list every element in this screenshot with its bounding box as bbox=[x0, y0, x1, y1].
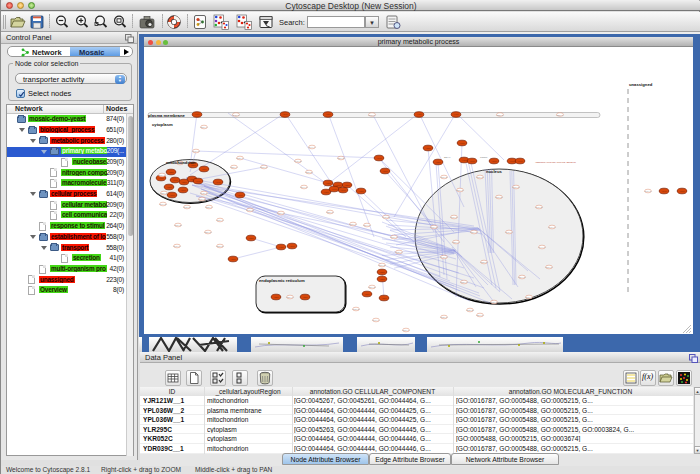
svg-text:Y27W: Y27W bbox=[201, 168, 206, 170]
svg-text:S80(-1): S80(-1) bbox=[512, 186, 520, 188]
svg-text:S17(-4): S17(-4) bbox=[349, 223, 357, 225]
svg-text:S30(-8): S30(-8) bbox=[204, 231, 212, 233]
svg-text:Y64W: Y64W bbox=[195, 180, 200, 182]
svg-text:S58(-5): S58(-5) bbox=[305, 171, 313, 173]
svg-text:S32(-9): S32(-9) bbox=[460, 281, 468, 283]
svg-text:Y21W: Y21W bbox=[180, 189, 185, 191]
svg-text:S49(-4): S49(-4) bbox=[372, 319, 380, 321]
svg-text:S81(-9): S81(-9) bbox=[158, 174, 166, 176]
svg-text:S91(-9): S91(-9) bbox=[173, 245, 181, 247]
svg-text:S82(-6): S82(-6) bbox=[395, 251, 403, 253]
svg-text:S14(-6): S14(-6) bbox=[363, 224, 371, 226]
svg-text:S30(-6): S30(-6) bbox=[277, 212, 285, 214]
svg-text:S16(-2): S16(-2) bbox=[378, 264, 386, 266]
svg-text:Y67W: Y67W bbox=[459, 142, 464, 144]
svg-text:S43(-9): S43(-9) bbox=[440, 256, 448, 258]
svg-text:Y30W: Y30W bbox=[491, 160, 496, 162]
svg-text:S83(-4): S83(-4) bbox=[236, 157, 244, 159]
svg-text:Y79W: Y79W bbox=[340, 189, 345, 191]
svg-text:S97(-9): S97(-9) bbox=[548, 226, 556, 228]
svg-text:S97(-2): S97(-2) bbox=[535, 206, 543, 208]
svg-text:Y81W: Y81W bbox=[335, 184, 340, 186]
svg-text:S24(-6): S24(-6) bbox=[476, 314, 484, 316]
svg-text:S78(-4): S78(-4) bbox=[216, 219, 224, 221]
svg-text:S84(-7): S84(-7) bbox=[300, 186, 308, 188]
svg-text:Y13W: Y13W bbox=[166, 186, 171, 188]
svg-text:S95(-5): S95(-5) bbox=[183, 206, 191, 208]
svg-text:S29(-6): S29(-6) bbox=[470, 231, 478, 233]
svg-text:S24(-5): S24(-5) bbox=[518, 276, 526, 278]
svg-text:Y74W: Y74W bbox=[376, 157, 381, 159]
svg-text:S47(-6): S47(-6) bbox=[192, 150, 200, 152]
svg-text:Y93W: Y93W bbox=[323, 191, 328, 193]
svg-text:Y13W: Y13W bbox=[325, 182, 330, 184]
svg-text:S77(-5): S77(-5) bbox=[495, 196, 503, 198]
svg-text:Y38W: Y38W bbox=[425, 147, 430, 149]
svg-text:S56(-4): S56(-4) bbox=[200, 126, 208, 128]
svg-text:Y85W: Y85W bbox=[435, 161, 440, 163]
svg-text:S23(-5): S23(-5) bbox=[480, 261, 488, 263]
svg-text:Y53W: Y53W bbox=[379, 271, 384, 273]
svg-text:S47(-2): S47(-2) bbox=[294, 160, 302, 162]
svg-text:S86(-8): S86(-8) bbox=[476, 176, 484, 178]
svg-text:Y99W: Y99W bbox=[509, 160, 514, 162]
svg-text:Y87W: Y87W bbox=[679, 190, 684, 192]
svg-text:Y64W: Y64W bbox=[517, 160, 522, 162]
svg-text:Y45W: Y45W bbox=[461, 159, 466, 161]
svg-text:S60(-8): S60(-8) bbox=[198, 198, 206, 200]
svg-text:Y79W: Y79W bbox=[172, 179, 177, 181]
svg-text:Y45W: Y45W bbox=[416, 113, 421, 115]
svg-text:S58(-5): S58(-5) bbox=[216, 245, 224, 247]
svg-text:mitochondrion: mitochondrion bbox=[166, 160, 196, 165]
svg-text:Y99W: Y99W bbox=[331, 188, 336, 190]
svg-text:Y53W: Y53W bbox=[248, 237, 253, 239]
svg-text:Y96W: Y96W bbox=[158, 177, 163, 179]
svg-text:SDH-c: SDH-c bbox=[444, 156, 451, 158]
svg-text:S73(-2): S73(-2) bbox=[352, 308, 360, 310]
svg-text:unassigned: unassigned bbox=[629, 82, 653, 87]
svg-text:S65(-3): S65(-3) bbox=[490, 301, 498, 303]
svg-text:Y35W: Y35W bbox=[344, 184, 349, 186]
svg-text:nucleus: nucleus bbox=[486, 169, 502, 174]
svg-text:Y37W: Y37W bbox=[230, 258, 235, 260]
svg-text:S68(-9): S68(-9) bbox=[368, 114, 376, 116]
svg-text:Y23W: Y23W bbox=[379, 278, 384, 280]
svg-text:S28(-5): S28(-5) bbox=[160, 192, 168, 194]
svg-text:S27(-4): S27(-4) bbox=[230, 166, 238, 168]
svg-text:Y63W: Y63W bbox=[358, 190, 363, 192]
svg-text:S87(-3): S87(-3) bbox=[174, 224, 182, 226]
svg-text:S61(-5): S61(-5) bbox=[382, 216, 390, 218]
svg-text:S68(-1): S68(-1) bbox=[450, 216, 458, 218]
svg-text:Y87W: Y87W bbox=[382, 170, 387, 172]
svg-text:Y14W: Y14W bbox=[215, 181, 220, 183]
svg-text:Y23W: Y23W bbox=[168, 171, 173, 173]
svg-text:S25(-7): S25(-7) bbox=[496, 114, 504, 116]
svg-text:S68(-6): S68(-6) bbox=[246, 209, 254, 211]
svg-text:S86(-6): S86(-6) bbox=[545, 266, 553, 268]
svg-text:cytoplasm: cytoplasm bbox=[152, 122, 173, 127]
svg-text:S17(-4): S17(-4) bbox=[402, 329, 410, 331]
svg-text:Y45W: Y45W bbox=[278, 246, 283, 248]
svg-text:plasma membrane: plasma membrane bbox=[148, 113, 185, 118]
svg-text:S43(-7): S43(-7) bbox=[200, 192, 208, 194]
svg-text:S38(-6): S38(-6) bbox=[326, 211, 334, 213]
svg-text:S44(-6): S44(-6) bbox=[538, 246, 546, 248]
svg-text:S59(-7): S59(-7) bbox=[456, 189, 464, 191]
svg-text:S39(-2): S39(-2) bbox=[337, 157, 345, 159]
svg-text:S77(-1): S77(-1) bbox=[430, 226, 438, 228]
svg-text:Y55W: Y55W bbox=[302, 296, 307, 298]
svg-text:S72(-1): S72(-1) bbox=[440, 316, 448, 318]
svg-text:S27(-9): S27(-9) bbox=[286, 296, 294, 298]
svg-text:S18(-1): S18(-1) bbox=[260, 166, 268, 168]
svg-text:S99(-2): S99(-2) bbox=[159, 203, 167, 205]
svg-text:S43(-1): S43(-1) bbox=[232, 114, 240, 116]
svg-text:Y10W: Y10W bbox=[469, 160, 474, 162]
svg-text:Y22W: Y22W bbox=[273, 296, 278, 298]
svg-text:Y29W: Y29W bbox=[289, 245, 294, 247]
svg-text:Y24W: Y24W bbox=[282, 113, 287, 115]
svg-text:S91(-9): S91(-9) bbox=[505, 231, 513, 233]
svg-text:S97(-7): S97(-7) bbox=[644, 190, 652, 192]
svg-text:GOslim: GOslim bbox=[480, 156, 487, 158]
svg-text:Y21W: Y21W bbox=[181, 181, 186, 183]
svg-text:S82(-2): S82(-2) bbox=[466, 309, 474, 311]
